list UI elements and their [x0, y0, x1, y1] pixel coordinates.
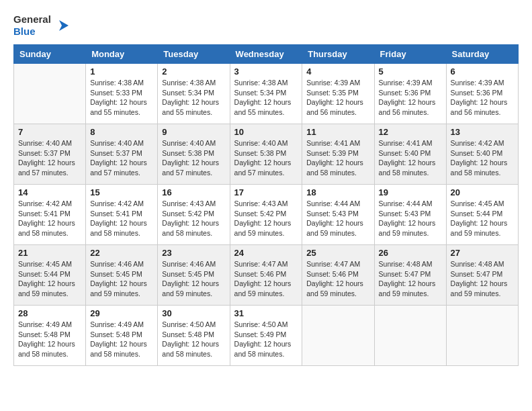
calendar-week-row: 21Sunrise: 4:45 AMSunset: 5:44 PMDayligh…	[14, 245, 519, 306]
day-number: 16	[162, 187, 225, 197]
calendar-week-row: 1Sunrise: 4:38 AMSunset: 5:33 PMDaylight…	[14, 64, 519, 124]
day-number: 14	[18, 187, 81, 197]
day-number: 7	[18, 127, 81, 137]
day-info: Sunrise: 4:42 AMSunset: 5:41 PMDaylight:…	[18, 199, 81, 238]
calendar-cell	[14, 64, 86, 124]
day-number: 15	[90, 187, 153, 197]
day-number: 25	[306, 248, 369, 258]
header-sunday: Sunday	[14, 45, 86, 64]
day-info: Sunrise: 4:38 AMSunset: 5:34 PMDaylight:…	[234, 78, 298, 118]
day-info: Sunrise: 4:42 AMSunset: 5:41 PMDaylight:…	[90, 199, 153, 238]
calendar-cell: 13Sunrise: 4:42 AMSunset: 5:40 PMDayligh…	[446, 124, 518, 185]
day-info: Sunrise: 4:48 AMSunset: 5:47 PMDaylight:…	[451, 259, 514, 299]
logo: General Blue	[13, 13, 70, 38]
day-info: Sunrise: 4:47 AMSunset: 5:46 PMDaylight:…	[234, 259, 298, 299]
day-number: 2	[162, 66, 225, 77]
day-number: 23	[162, 248, 225, 258]
day-info: Sunrise: 4:38 AMSunset: 5:33 PMDaylight:…	[90, 78, 153, 118]
calendar-cell: 20Sunrise: 4:45 AMSunset: 5:44 PMDayligh…	[446, 185, 518, 245]
calendar-cell: 5Sunrise: 4:39 AMSunset: 5:36 PMDaylight…	[374, 64, 446, 124]
day-number: 12	[379, 127, 442, 137]
day-number: 28	[18, 308, 81, 318]
day-number: 31	[234, 308, 298, 318]
day-number: 4	[306, 66, 369, 77]
calendar-cell: 19Sunrise: 4:44 AMSunset: 5:43 PMDayligh…	[374, 185, 446, 245]
calendar-cell: 22Sunrise: 4:46 AMSunset: 5:45 PMDayligh…	[86, 245, 158, 306]
calendar-cell: 12Sunrise: 4:41 AMSunset: 5:40 PMDayligh…	[374, 124, 446, 185]
calendar-cell: 18Sunrise: 4:44 AMSunset: 5:43 PMDayligh…	[302, 185, 374, 245]
calendar-cell: 14Sunrise: 4:42 AMSunset: 5:41 PMDayligh…	[14, 185, 86, 245]
day-info: Sunrise: 4:50 AMSunset: 5:49 PMDaylight:…	[234, 320, 298, 359]
svg-marker-0	[59, 20, 69, 31]
day-info: Sunrise: 4:40 AMSunset: 5:38 PMDaylight:…	[162, 138, 225, 178]
calendar-cell: 7Sunrise: 4:40 AMSunset: 5:37 PMDaylight…	[14, 124, 86, 185]
day-info: Sunrise: 4:46 AMSunset: 5:45 PMDaylight:…	[90, 259, 153, 299]
calendar-cell: 29Sunrise: 4:49 AMSunset: 5:48 PMDayligh…	[86, 306, 158, 366]
day-info: Sunrise: 4:40 AMSunset: 5:38 PMDaylight:…	[234, 138, 298, 178]
day-number: 21	[18, 248, 81, 258]
calendar-cell	[446, 306, 518, 366]
calendar-cell: 1Sunrise: 4:38 AMSunset: 5:33 PMDaylight…	[86, 64, 158, 124]
calendar-cell: 28Sunrise: 4:49 AMSunset: 5:48 PMDayligh…	[14, 306, 86, 366]
calendar-cell: 9Sunrise: 4:40 AMSunset: 5:38 PMDaylight…	[158, 124, 230, 185]
header-monday: Monday	[86, 45, 158, 64]
day-number: 30	[162, 308, 225, 318]
day-number: 29	[90, 308, 153, 318]
day-number: 17	[234, 187, 298, 197]
calendar-cell: 17Sunrise: 4:43 AMSunset: 5:42 PMDayligh…	[230, 185, 302, 245]
day-info: Sunrise: 4:45 AMSunset: 5:44 PMDaylight:…	[451, 199, 514, 238]
day-number: 6	[451, 66, 514, 77]
day-info: Sunrise: 4:39 AMSunset: 5:36 PMDaylight:…	[451, 78, 514, 118]
day-number: 20	[451, 187, 514, 197]
logo-text: General Blue	[13, 13, 51, 38]
calendar-cell: 21Sunrise: 4:45 AMSunset: 5:44 PMDayligh…	[14, 245, 86, 306]
calendar-cell: 2Sunrise: 4:38 AMSunset: 5:34 PMDaylight…	[158, 64, 230, 124]
calendar-cell: 11Sunrise: 4:41 AMSunset: 5:39 PMDayligh…	[302, 124, 374, 185]
header-thursday: Thursday	[302, 45, 374, 64]
header-saturday: Saturday	[446, 45, 518, 64]
day-info: Sunrise: 4:40 AMSunset: 5:37 PMDaylight:…	[18, 138, 81, 178]
header-friday: Friday	[374, 45, 446, 64]
calendar-cell: 3Sunrise: 4:38 AMSunset: 5:34 PMDaylight…	[230, 64, 302, 124]
calendar-week-row: 14Sunrise: 4:42 AMSunset: 5:41 PMDayligh…	[14, 185, 519, 245]
logo-bird-icon	[54, 17, 70, 34]
calendar-cell: 16Sunrise: 4:43 AMSunset: 5:42 PMDayligh…	[158, 185, 230, 245]
day-number: 13	[451, 127, 514, 137]
day-info: Sunrise: 4:39 AMSunset: 5:35 PMDaylight:…	[306, 78, 369, 118]
day-info: Sunrise: 4:49 AMSunset: 5:48 PMDaylight:…	[90, 320, 153, 359]
calendar-cell: 24Sunrise: 4:47 AMSunset: 5:46 PMDayligh…	[230, 245, 302, 306]
day-info: Sunrise: 4:45 AMSunset: 5:44 PMDaylight:…	[18, 259, 81, 299]
calendar-cell: 4Sunrise: 4:39 AMSunset: 5:35 PMDaylight…	[302, 64, 374, 124]
day-info: Sunrise: 4:41 AMSunset: 5:39 PMDaylight:…	[306, 138, 369, 178]
calendar-cell	[374, 306, 446, 366]
day-number: 22	[90, 248, 153, 258]
header-tuesday: Tuesday	[158, 45, 230, 64]
day-number: 26	[379, 248, 442, 258]
calendar-cell	[302, 306, 374, 366]
calendar-cell: 25Sunrise: 4:47 AMSunset: 5:46 PMDayligh…	[302, 245, 374, 306]
day-number: 9	[162, 127, 225, 137]
day-info: Sunrise: 4:41 AMSunset: 5:40 PMDaylight:…	[379, 138, 442, 178]
day-number: 19	[379, 187, 442, 197]
calendar-week-row: 7Sunrise: 4:40 AMSunset: 5:37 PMDaylight…	[14, 124, 519, 185]
calendar-table: SundayMondayTuesdayWednesdayThursdayFrid…	[13, 44, 519, 366]
day-number: 8	[90, 127, 153, 137]
page-header: General Blue	[13, 13, 519, 38]
calendar-week-row: 28Sunrise: 4:49 AMSunset: 5:48 PMDayligh…	[14, 306, 519, 366]
day-number: 18	[306, 187, 369, 197]
day-number: 11	[306, 127, 369, 137]
day-info: Sunrise: 4:47 AMSunset: 5:46 PMDaylight:…	[306, 259, 369, 299]
day-number: 1	[90, 66, 153, 77]
header-wednesday: Wednesday	[230, 45, 302, 64]
day-info: Sunrise: 4:40 AMSunset: 5:37 PMDaylight:…	[90, 138, 153, 178]
day-info: Sunrise: 4:50 AMSunset: 5:48 PMDaylight:…	[162, 320, 225, 359]
day-number: 27	[451, 248, 514, 258]
calendar-header-row: SundayMondayTuesdayWednesdayThursdayFrid…	[14, 45, 519, 64]
day-info: Sunrise: 4:43 AMSunset: 5:42 PMDaylight:…	[234, 199, 298, 238]
calendar-cell: 10Sunrise: 4:40 AMSunset: 5:38 PMDayligh…	[230, 124, 302, 185]
calendar-cell: 31Sunrise: 4:50 AMSunset: 5:49 PMDayligh…	[230, 306, 302, 366]
day-info: Sunrise: 4:39 AMSunset: 5:36 PMDaylight:…	[379, 78, 442, 118]
day-info: Sunrise: 4:42 AMSunset: 5:40 PMDaylight:…	[451, 138, 514, 178]
calendar-cell: 30Sunrise: 4:50 AMSunset: 5:48 PMDayligh…	[158, 306, 230, 366]
calendar-cell: 26Sunrise: 4:48 AMSunset: 5:47 PMDayligh…	[374, 245, 446, 306]
